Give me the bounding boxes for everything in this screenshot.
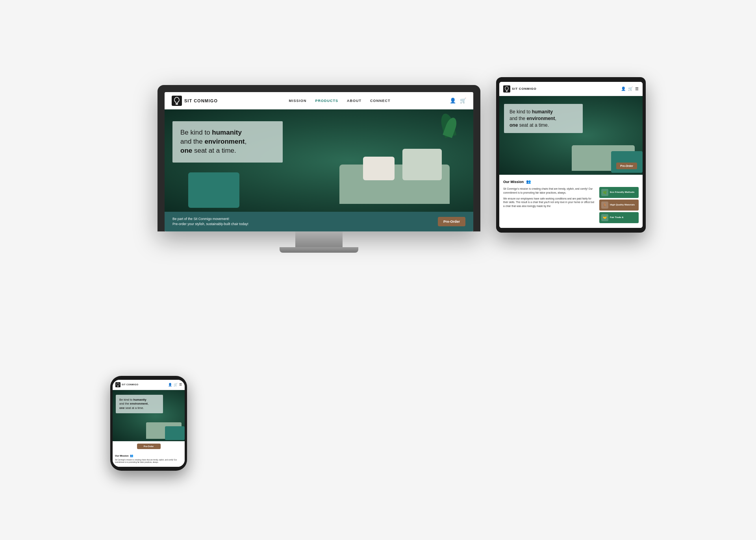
- mobile-device: SIT CONMIGO 👤 🛒 ☰ Be kind to h: [110, 376, 187, 471]
- monitor-frame: SIT CONMIGO MISSION PRODUCTS ABOUT CONNE…: [158, 85, 480, 231]
- desktop-cta-banner: Be part of the Sit Conmigo movement! Pre…: [165, 212, 473, 231]
- cushion-decoration-1: [402, 149, 442, 180]
- mobile-preorder-button[interactable]: Pre-Order: [137, 444, 161, 449]
- desktop-hero: Be kind to humanity and the environment,…: [165, 109, 473, 212]
- headline-text-3: ,: [245, 138, 246, 145]
- feature-quality: 🪑 High Quality Materials: [599, 200, 639, 211]
- desktop-nav-action-icons: 👤 🛒: [450, 98, 466, 104]
- headline-bold-1: humanity: [212, 129, 242, 136]
- mob-headline-2: and the: [119, 402, 130, 405]
- mobile-mission-icon: 👥: [130, 454, 133, 457]
- tablet-headline-1: Be kind to: [510, 109, 532, 115]
- mobile-mission-header: Our Mission 👥: [115, 454, 182, 457]
- tablet-nav-logo[interactable]: SIT CONMIGO: [503, 85, 621, 92]
- desktop-cta-text: Be part of the Sit Conmigo movement! Pre…: [172, 216, 248, 227]
- headline-bold-2: environment: [204, 138, 245, 145]
- tablet-logo-icon: [503, 85, 510, 92]
- feature-eco-label: Eco Friendly Methods: [610, 191, 634, 194]
- tablet-menu-icon[interactable]: ☰: [635, 87, 639, 91]
- desktop-preorder-button[interactable]: Pre-Order: [438, 217, 465, 226]
- tablet-headline-bold-3: one: [510, 122, 518, 128]
- tablet-cart-icon[interactable]: 🛒: [628, 87, 633, 91]
- cart-icon[interactable]: 🛒: [460, 98, 466, 104]
- tablet-preorder-button[interactable]: Pre-Order: [616, 163, 637, 169]
- nav-link-products[interactable]: PRODUCTS: [315, 99, 338, 103]
- cta-line-2: Pre-order your stylish, sustainably-buil…: [172, 222, 248, 227]
- mobile-mission-title: Our Mission: [115, 455, 129, 457]
- nav-link-about[interactable]: ABOUT: [347, 99, 361, 103]
- mob-headline-bold-2: environment: [130, 402, 148, 405]
- cushion-decoration-2: [363, 157, 395, 180]
- mobile-nav-icons: 👤 🛒 ☰: [168, 383, 182, 387]
- logo-icon: [172, 96, 182, 106]
- mobile-brand-name: SIT CONMIGO: [122, 383, 138, 386]
- tablet-features: 🌿 Eco Friendly Methods 🪑 High Quality Ma…: [599, 187, 639, 223]
- feature-fairtrade-label: Fair Trade &: [610, 216, 624, 219]
- monitor-base: [280, 247, 358, 253]
- mobile-mission-section: Our Mission 👥 Sit Conmigo's mission is c…: [113, 451, 185, 467]
- headline-text-1: Be kind to: [180, 129, 212, 136]
- mob-headline-bold-3: one: [119, 406, 124, 410]
- tablet-hero: Be kind to humanity and the environment,…: [499, 96, 643, 175]
- tablet-mission-icon: 👥: [526, 179, 531, 184]
- fairtrade-icon: 🤝: [601, 214, 608, 221]
- tablet-nav-icons: 👤 🛒 ☰: [621, 87, 639, 91]
- tablet-headline-4: seat at a time.: [518, 122, 549, 128]
- chair-decoration: [188, 172, 239, 208]
- scene-container: SIT CONMIGO MISSION PRODUCTS ABOUT CONNE…: [102, 54, 654, 486]
- desktop-nav-links: MISSION PRODUCTS ABOUT CONNECT: [230, 99, 450, 103]
- headline-text-4: seat at a time.: [192, 147, 236, 154]
- tablet-account-icon[interactable]: 👤: [621, 87, 626, 91]
- mobile-logo-icon: [115, 382, 120, 387]
- cta-line-1: Be part of the Sit Conmigo movement!: [172, 216, 248, 222]
- quality-icon: 🪑: [601, 202, 608, 209]
- account-icon[interactable]: 👤: [450, 98, 456, 104]
- mobile-hero-text-box: Be kind to humanity and the environment,…: [116, 395, 163, 414]
- tablet-hero-text-box: Be kind to humanity and the environment,…: [504, 104, 583, 133]
- plant-decoration: [442, 113, 458, 161]
- tablet-mission-para-2: We ensure our employees have safe workin…: [503, 197, 596, 208]
- tablet-mission-para-1: Sit Conmigo's mission is creating chairs…: [503, 187, 596, 195]
- monitor-screen: SIT CONMIGO MISSION PRODUCTS ABOUT CONNE…: [165, 92, 473, 231]
- nav-link-mission[interactable]: MISSION: [289, 99, 306, 103]
- mob-headline-1: Be kind to: [119, 398, 133, 401]
- tablet-screen: SIT CONMIGO 👤 🛒 ☰ Be kind to h: [499, 82, 643, 228]
- mobile-nav-logo[interactable]: SIT CONMIGO: [115, 382, 168, 387]
- mobile-navbar: SIT CONMIGO 👤 🛒 ☰: [113, 380, 185, 390]
- desktop-nav-logo[interactable]: SIT CONMIGO: [172, 96, 218, 106]
- headline-bold-3: one: [180, 147, 192, 154]
- tablet-headline-2: and the: [510, 116, 526, 121]
- mobile-menu-icon[interactable]: ☰: [179, 383, 182, 387]
- headline-text-2: and the: [180, 138, 204, 145]
- tablet-mission-header: Our Mission 👥: [503, 179, 639, 184]
- mobile-mission-text: Sit Conmigo's mission is creating chairs…: [115, 459, 182, 464]
- desktop-hero-text-box: Be kind to humanity and the environment,…: [172, 121, 283, 163]
- feature-eco: 🌿 Eco Friendly Methods: [599, 187, 639, 198]
- mobile-screen: SIT CONMIGO 👤 🛒 ☰ Be kind to h: [113, 380, 185, 467]
- mobile-cart-icon[interactable]: 🛒: [174, 383, 178, 387]
- desktop-monitor: SIT CONMIGO MISSION PRODUCTS ABOUT CONNE…: [158, 85, 480, 253]
- feature-quality-label: High Quality Materials: [610, 203, 635, 206]
- tablet-chair-decoration: [611, 151, 643, 173]
- tablet-mission-body: Sit Conmigo's mission is creating chairs…: [503, 187, 639, 223]
- nav-link-connect[interactable]: CONNECT: [370, 99, 391, 103]
- tablet-headline-bold-2: environment: [526, 116, 555, 121]
- tablet-headline-bold-1: humanity: [532, 109, 553, 115]
- eco-icon: 🌿: [601, 189, 608, 196]
- tablet-mission-section: Our Mission 👥 Sit Conmigo's mission is c…: [499, 175, 643, 228]
- mobile-account-icon[interactable]: 👤: [168, 383, 172, 387]
- mobile-chair-decoration: [165, 426, 185, 440]
- mob-headline-bold-1: humanity: [133, 398, 146, 401]
- tablet-frame: SIT CONMIGO 👤 🛒 ☰ Be kind to h: [496, 77, 646, 233]
- tablet-brand-name: SIT CONMIGO: [512, 87, 537, 91]
- mobile-frame: SIT CONMIGO 👤 🛒 ☰ Be kind to h: [110, 376, 187, 471]
- tablet-headline-3: ,: [555, 116, 556, 121]
- tablet-mission-text: Sit Conmigo's mission is creating chairs…: [503, 187, 596, 223]
- mob-headline-4: seat at a time.: [124, 406, 144, 410]
- tablet-navbar: SIT CONMIGO 👤 🛒 ☰: [499, 82, 643, 96]
- desktop-brand-name: SIT CONMIGO: [184, 98, 218, 103]
- tablet-mission-title: Our Mission: [503, 180, 524, 184]
- desktop-navbar: SIT CONMIGO MISSION PRODUCTS ABOUT CONNE…: [165, 92, 473, 109]
- desktop-hero-headline: Be kind to humanity and the environment,…: [180, 128, 275, 155]
- tablet-device: SIT CONMIGO 👤 🛒 ☰ Be kind to h: [496, 77, 646, 233]
